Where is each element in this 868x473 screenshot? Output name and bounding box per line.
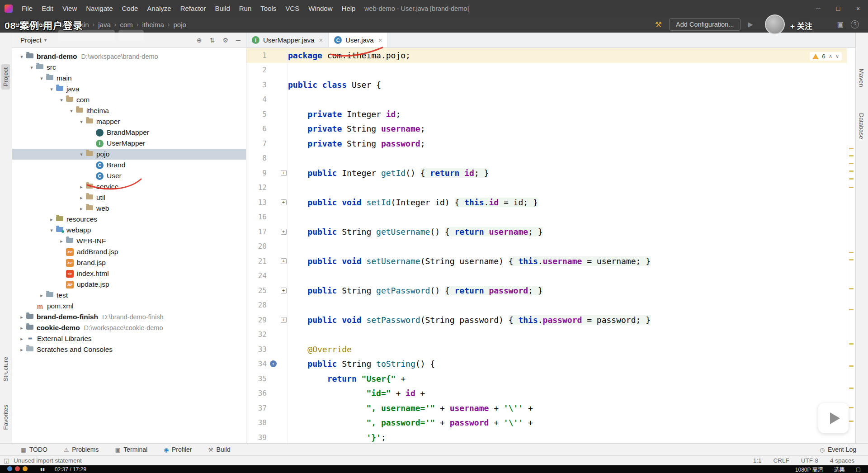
tool-button-profiler[interactable]: ◉Profiler: [164, 446, 192, 453]
code-line-39[interactable]: 39 '}';: [246, 430, 847, 443]
app-icon[interactable]: [23, 466, 28, 471]
code-line-36[interactable]: 36 "id=" + id +: [246, 386, 847, 401]
menu-item-window[interactable]: Window: [304, 0, 337, 17]
tree-item-update-jsp[interactable]: JSPupdate.jsp: [12, 279, 246, 290]
error-stripe-scrollbar[interactable]: [847, 48, 855, 443]
app-icon[interactable]: [7, 466, 12, 471]
code-line-33[interactable]: 33 @Override: [246, 342, 847, 357]
chevron-right-icon[interactable]: ▸: [38, 293, 46, 298]
menu-item-run[interactable]: Run: [235, 0, 256, 17]
code-line-32[interactable]: 32: [246, 327, 847, 342]
fold-expand-icon[interactable]: +: [281, 229, 287, 235]
tree-item-web-inf[interactable]: ▸WEB-INF: [12, 236, 246, 246]
app-icon[interactable]: [15, 466, 20, 471]
tree-item-brandmapper[interactable]: BrandMapper: [12, 127, 246, 138]
code-line-35[interactable]: 35 return "User{" +: [246, 371, 847, 386]
tree-item-web[interactable]: ▸web: [12, 203, 246, 214]
menu-item-help[interactable]: Help: [337, 0, 360, 17]
tree-item-webapp[interactable]: ▾webapp: [12, 225, 246, 236]
code-line-25[interactable]: 25+ public String getPassword() { return…: [246, 283, 847, 298]
tool-button-event-log[interactable]: ◷ Event Log: [820, 446, 856, 453]
code-line-4[interactable]: 4: [246, 92, 847, 107]
prev-problem-icon[interactable]: ∧: [829, 53, 832, 59]
chevron-right-icon[interactable]: ▸: [18, 336, 26, 342]
code-line-5[interactable]: 5 private Integer id;: [246, 107, 847, 122]
add-configuration-button[interactable]: Add Configuration...: [669, 18, 741, 31]
window-minimize-button[interactable]: ─: [808, 0, 828, 17]
tree-item-service[interactable]: ▸service: [12, 181, 246, 192]
tree-item-main[interactable]: ▾main: [12, 73, 246, 84]
tool-windows-toggle-icon[interactable]: ◱: [4, 457, 9, 464]
chevron-down-icon[interactable]: ▾: [18, 54, 26, 60]
help-icon[interactable]: ?: [851, 20, 859, 28]
screens-icon[interactable]: ▣: [837, 20, 844, 28]
menu-item-tools[interactable]: Tools: [256, 0, 281, 17]
build-tool-icon[interactable]: ⚒: [655, 20, 662, 29]
menu-item-refactor[interactable]: Refactor: [176, 0, 211, 17]
episodes-button[interactable]: 选集: [834, 465, 845, 473]
tool-button-build[interactable]: ⚒Build: [208, 446, 230, 453]
code-line-29[interactable]: 29+ public void setPassword(String passw…: [246, 312, 847, 327]
next-problem-icon[interactable]: ∨: [835, 53, 839, 59]
tree-item-index-html[interactable]: <>index.html: [12, 268, 246, 279]
close-icon[interactable]: ×: [378, 36, 382, 44]
code-line-17[interactable]: 17+ public String getUsername() { return…: [246, 224, 847, 239]
menu-item-analyze[interactable]: Analyze: [142, 0, 175, 17]
tree-item-resources[interactable]: ▸resources: [12, 214, 246, 225]
chevron-down-icon[interactable]: ▾: [28, 65, 36, 71]
fold-expand-icon[interactable]: +: [281, 170, 287, 176]
tree-item-java[interactable]: ▾java: [12, 84, 246, 95]
run-icon[interactable]: ▶: [748, 20, 753, 28]
tree-item-src[interactable]: ▾src: [12, 62, 246, 73]
tool-button-maven[interactable]: Maven: [857, 66, 866, 90]
menu-item-file[interactable]: File: [17, 0, 37, 17]
fullscreen-icon[interactable]: ▢: [856, 466, 861, 473]
menu-item-edit[interactable]: Edit: [37, 0, 58, 17]
code-line-8[interactable]: 8: [246, 151, 847, 166]
close-icon[interactable]: ×: [319, 36, 323, 44]
file-encoding[interactable]: UTF-8: [801, 457, 818, 464]
chevron-down-icon[interactable]: ▾: [77, 119, 85, 125]
tree-item-test[interactable]: ▸test: [12, 290, 246, 301]
breadcrumb-item-com[interactable]: com: [120, 21, 132, 28]
tree-item-itheima[interactable]: ▾itheima: [12, 105, 246, 116]
breadcrumb-item-java[interactable]: java: [98, 21, 111, 28]
code-line-34[interactable]: 34↑ public String toString() {: [246, 357, 847, 372]
window-maximize-button[interactable]: □: [828, 0, 848, 17]
indent-setting[interactable]: 4 spaces: [830, 457, 854, 464]
override-method-icon[interactable]: ↑: [270, 360, 277, 367]
pause-icon[interactable]: ▮▮: [40, 467, 45, 472]
tree-item-pom-xml[interactable]: mpom.xml: [12, 301, 246, 312]
video-play-overlay[interactable]: [818, 403, 849, 433]
tree-item-user[interactable]: CUser: [12, 170, 246, 181]
chevron-down-icon[interactable]: ▾: [77, 151, 85, 157]
fold-expand-icon[interactable]: +: [281, 258, 287, 264]
settings-gear-icon[interactable]: ⚙: [223, 37, 229, 44]
line-ending[interactable]: CRLF: [773, 457, 789, 464]
caret-position[interactable]: 1:1: [753, 457, 762, 464]
project-panel-title[interactable]: Project: [20, 36, 42, 44]
chevron-right-icon[interactable]: ▸: [77, 206, 85, 212]
code-line-7[interactable]: 7 private String password;: [246, 136, 847, 151]
code-line-6[interactable]: 6 private String username;: [246, 122, 847, 137]
chevron-right-icon[interactable]: ▸: [47, 217, 56, 222]
tree-item-external-libraries[interactable]: ▸≡External Libraries: [12, 333, 246, 344]
follow-button[interactable]: + 关注: [790, 20, 812, 31]
tree-item-usermapper[interactable]: IUserMapper: [12, 138, 246, 149]
code-line-24[interactable]: 24: [246, 269, 847, 284]
code-line-38[interactable]: 38 ", password='" + password + '\'' +: [246, 416, 847, 430]
chevron-down-icon[interactable]: ▾: [38, 76, 46, 81]
hide-panel-icon[interactable]: ─: [236, 37, 241, 44]
tab-usermapper-java[interactable]: IUserMapper.java×: [246, 33, 329, 47]
chevron-right-icon[interactable]: ▸: [18, 314, 26, 320]
chevron-right-icon[interactable]: ▸: [18, 325, 26, 331]
tool-button-database[interactable]: Database: [857, 110, 866, 142]
tree-item-scratches-and-consoles[interactable]: ▸Scratches and Consoles: [12, 344, 246, 355]
tool-button-project[interactable]: Project: [1, 64, 10, 90]
code-line-21[interactable]: 21+ public void setUsername(String usern…: [246, 254, 847, 269]
tree-item-mapper[interactable]: ▾mapper: [12, 116, 246, 127]
tab-user-java[interactable]: CUser.java×: [329, 33, 388, 47]
menu-item-vcs[interactable]: VCS: [281, 0, 304, 17]
chevron-down-icon[interactable]: ▾: [67, 108, 75, 114]
breadcrumb-item-pojo[interactable]: pojo: [173, 21, 186, 28]
